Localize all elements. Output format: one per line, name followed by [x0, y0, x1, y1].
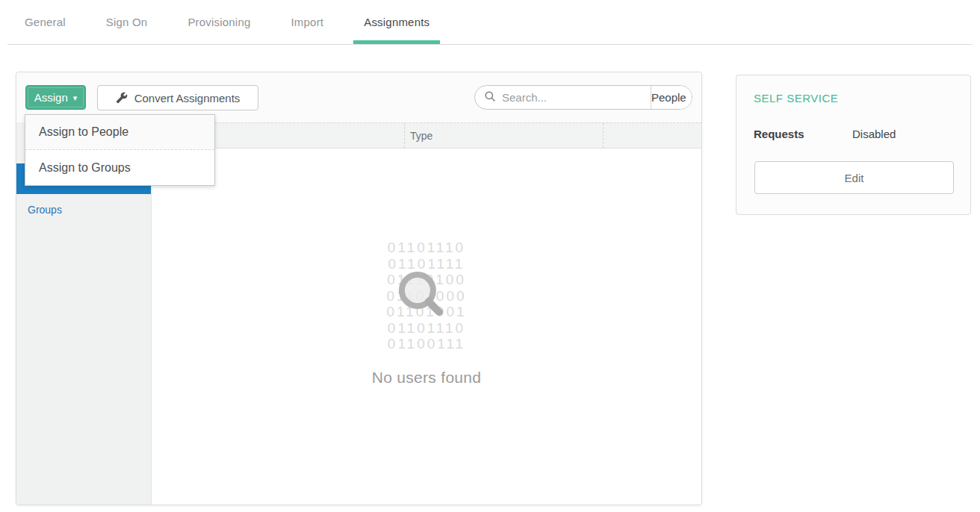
binary-line: 01101110	[152, 240, 701, 256]
column-divider	[404, 123, 405, 148]
tab-provisioning[interactable]: Provisioning	[177, 0, 261, 44]
assign-dropdown-menu: Assign to People Assign to Groups	[25, 114, 215, 186]
search-group: People ▾	[474, 85, 692, 110]
edit-button[interactable]: Edit	[754, 161, 954, 194]
menu-item-assign-to-people[interactable]: Assign to People	[25, 115, 214, 150]
search-input[interactable]	[502, 91, 651, 104]
assignments-table-header: Type	[152, 122, 701, 149]
tab-sign-on[interactable]: Sign On	[96, 0, 158, 44]
wrench-icon	[116, 92, 128, 104]
sidebar-item-groups[interactable]: Groups	[16, 194, 151, 225]
assign-button-label: Assign	[34, 91, 68, 104]
menu-item-assign-to-groups[interactable]: Assign to Groups	[25, 150, 214, 185]
chevron-down-icon: ▾	[692, 93, 692, 103]
empty-state: 01101110 01101111 01110100 01101000 0110…	[152, 149, 701, 387]
requests-label: Requests	[754, 128, 804, 140]
search-scope-dropdown[interactable]: People ▾	[651, 86, 692, 109]
app-tabbar: General Sign On Provisioning Import Assi…	[14, 0, 440, 45]
tab-import[interactable]: Import	[280, 0, 334, 44]
search-icon	[484, 90, 496, 105]
chevron-down-icon: ▾	[73, 94, 78, 102]
convert-assignments-label: Convert Assignments	[134, 92, 241, 104]
assignments-panel: Assign ▾ Convert Assignments	[16, 72, 702, 505]
convert-assignments-button[interactable]: Convert Assignments	[97, 85, 258, 110]
assign-button[interactable]: Assign ▾	[25, 85, 86, 110]
self-service-panel: SELF SERVICE Requests Disabled Edit	[736, 75, 971, 215]
tab-general[interactable]: General	[14, 0, 76, 44]
app-page: General Sign On Provisioning Import Assi…	[0, 0, 980, 512]
assignments-content: 01101110 01101111 01110100 01101000 0110…	[152, 149, 701, 505]
tab-assignments[interactable]: Assignments	[353, 0, 440, 44]
empty-state-message: No users found	[152, 369, 701, 387]
magnifier-icon	[394, 266, 450, 326]
search-field-wrap	[475, 86, 651, 109]
binary-line: 01100111	[152, 336, 701, 352]
self-service-title: SELF SERVICE	[754, 92, 838, 104]
requests-value: Disabled	[852, 128, 896, 140]
search-scope-value: People	[651, 91, 686, 104]
column-divider	[603, 123, 604, 148]
column-header-type[interactable]: Type	[410, 123, 432, 148]
